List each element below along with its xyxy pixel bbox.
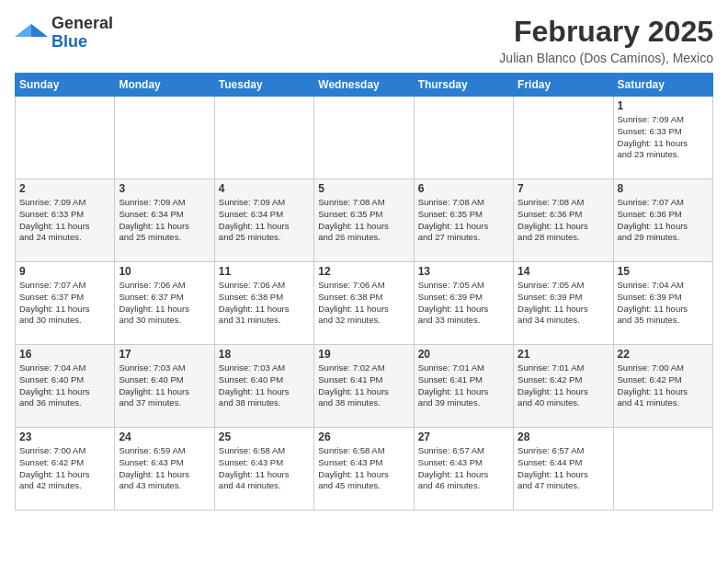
day-info: Sunrise: 7:04 AM Sunset: 6:39 PM Dayligh…	[618, 280, 709, 327]
day-number: 13	[418, 265, 509, 278]
calendar-cell	[414, 97, 513, 179]
weekday-header: Thursday	[414, 74, 513, 97]
calendar-week-row: 9Sunrise: 7:07 AM Sunset: 6:37 PM Daylig…	[16, 262, 713, 345]
calendar-cell: 19Sunrise: 7:02 AM Sunset: 6:41 PM Dayli…	[314, 345, 414, 428]
day-number: 3	[119, 182, 210, 195]
day-info: Sunrise: 7:06 AM Sunset: 6:37 PM Dayligh…	[119, 280, 210, 327]
day-info: Sunrise: 7:03 AM Sunset: 6:40 PM Dayligh…	[219, 362, 310, 409]
title-block: February 2025 Julian Blanco (Dos Caminos…	[499, 15, 713, 65]
day-info: Sunrise: 7:01 AM Sunset: 6:42 PM Dayligh…	[518, 362, 609, 409]
day-info: Sunrise: 6:57 AM Sunset: 6:43 PM Dayligh…	[418, 445, 509, 492]
calendar-cell: 11Sunrise: 7:06 AM Sunset: 6:38 PM Dayli…	[214, 262, 313, 345]
calendar-cell: 20Sunrise: 7:01 AM Sunset: 6:41 PM Dayli…	[414, 345, 513, 428]
calendar-cell: 21Sunrise: 7:01 AM Sunset: 6:42 PM Dayli…	[514, 345, 613, 428]
calendar-cell: 16Sunrise: 7:04 AM Sunset: 6:40 PM Dayli…	[16, 345, 115, 428]
day-number: 20	[418, 348, 509, 361]
calendar-cell: 8Sunrise: 7:07 AM Sunset: 6:36 PM Daylig…	[613, 179, 712, 262]
day-number: 12	[318, 265, 409, 278]
calendar-cell: 5Sunrise: 7:08 AM Sunset: 6:35 PM Daylig…	[314, 179, 414, 262]
calendar-cell	[16, 97, 115, 179]
calendar-cell: 23Sunrise: 7:00 AM Sunset: 6:42 PM Dayli…	[16, 428, 115, 511]
day-number: 11	[219, 265, 310, 278]
calendar-cell	[314, 97, 414, 179]
month-year-title: February 2025	[499, 15, 713, 49]
day-info: Sunrise: 7:08 AM Sunset: 6:35 PM Dayligh…	[418, 197, 509, 244]
day-number: 23	[19, 431, 110, 443]
calendar-cell: 27Sunrise: 6:57 AM Sunset: 6:43 PM Dayli…	[414, 428, 513, 511]
location-subtitle: Julian Blanco (Dos Caminos), Mexico	[499, 51, 713, 65]
day-info: Sunrise: 7:06 AM Sunset: 6:38 PM Dayligh…	[219, 280, 310, 327]
day-info: Sunrise: 7:05 AM Sunset: 6:39 PM Dayligh…	[518, 280, 609, 327]
day-info: Sunrise: 7:09 AM Sunset: 6:33 PM Dayligh…	[19, 197, 110, 244]
day-info: Sunrise: 7:05 AM Sunset: 6:39 PM Dayligh…	[418, 280, 509, 327]
day-info: Sunrise: 7:00 AM Sunset: 6:42 PM Dayligh…	[618, 362, 709, 409]
logo-general-text: General	[51, 14, 113, 32]
day-number: 5	[318, 182, 409, 195]
day-number: 25	[219, 431, 310, 443]
day-info: Sunrise: 7:04 AM Sunset: 6:40 PM Dayligh…	[19, 362, 110, 409]
calendar-week-row: 23Sunrise: 7:00 AM Sunset: 6:42 PM Dayli…	[16, 428, 713, 511]
calendar-week-row: 2Sunrise: 7:09 AM Sunset: 6:33 PM Daylig…	[16, 179, 713, 262]
calendar-cell: 18Sunrise: 7:03 AM Sunset: 6:40 PM Dayli…	[214, 345, 313, 428]
page-header: General Blue February 2025 Julian Blanco…	[15, 15, 713, 65]
logo: General Blue	[15, 15, 113, 52]
weekday-header: Monday	[115, 74, 214, 97]
weekday-header: Sunday	[16, 74, 115, 97]
day-info: Sunrise: 6:59 AM Sunset: 6:43 PM Dayligh…	[119, 445, 210, 492]
calendar-cell	[115, 97, 214, 179]
day-info: Sunrise: 7:07 AM Sunset: 6:37 PM Dayligh…	[19, 280, 110, 327]
day-number: 8	[618, 182, 709, 195]
day-number: 21	[518, 348, 609, 361]
weekday-header: Saturday	[613, 74, 712, 97]
day-number: 9	[19, 265, 110, 278]
day-number: 22	[618, 348, 709, 361]
day-number: 2	[19, 182, 110, 195]
weekday-header: Friday	[514, 74, 613, 97]
calendar-cell: 6Sunrise: 7:08 AM Sunset: 6:35 PM Daylig…	[414, 179, 513, 262]
day-info: Sunrise: 6:58 AM Sunset: 6:43 PM Dayligh…	[219, 445, 310, 492]
day-info: Sunrise: 7:00 AM Sunset: 6:42 PM Dayligh…	[19, 445, 110, 492]
calendar-header-row: SundayMondayTuesdayWednesdayThursdayFrid…	[16, 74, 713, 97]
day-number: 4	[219, 182, 310, 195]
weekday-header: Wednesday	[314, 74, 414, 97]
calendar-cell: 28Sunrise: 6:57 AM Sunset: 6:44 PM Dayli…	[514, 428, 613, 511]
day-number: 1	[618, 99, 709, 112]
calendar-cell: 9Sunrise: 7:07 AM Sunset: 6:37 PM Daylig…	[16, 262, 115, 345]
day-info: Sunrise: 7:07 AM Sunset: 6:36 PM Dayligh…	[618, 197, 709, 244]
day-number: 7	[518, 182, 609, 195]
calendar-week-row: 16Sunrise: 7:04 AM Sunset: 6:40 PM Dayli…	[16, 345, 713, 428]
day-number: 18	[219, 348, 310, 361]
calendar-cell: 3Sunrise: 7:09 AM Sunset: 6:34 PM Daylig…	[115, 179, 214, 262]
calendar-cell: 26Sunrise: 6:58 AM Sunset: 6:43 PM Dayli…	[314, 428, 414, 511]
day-info: Sunrise: 7:09 AM Sunset: 6:33 PM Dayligh…	[618, 114, 709, 161]
day-info: Sunrise: 6:58 AM Sunset: 6:43 PM Dayligh…	[318, 445, 409, 492]
day-info: Sunrise: 7:01 AM Sunset: 6:41 PM Dayligh…	[418, 362, 509, 409]
calendar-cell: 17Sunrise: 7:03 AM Sunset: 6:40 PM Dayli…	[115, 345, 214, 428]
day-info: Sunrise: 7:03 AM Sunset: 6:40 PM Dayligh…	[119, 362, 210, 409]
calendar-table: SundayMondayTuesdayWednesdayThursdayFrid…	[15, 73, 713, 511]
day-number: 26	[318, 431, 409, 443]
calendar-cell	[514, 97, 613, 179]
logo-blue-text: Blue	[51, 32, 87, 51]
calendar-cell: 24Sunrise: 6:59 AM Sunset: 6:43 PM Dayli…	[115, 428, 214, 511]
day-info: Sunrise: 7:06 AM Sunset: 6:38 PM Dayligh…	[318, 280, 409, 327]
logo-text: General Blue	[51, 15, 113, 52]
day-info: Sunrise: 7:08 AM Sunset: 6:36 PM Dayligh…	[518, 197, 609, 244]
day-number: 10	[119, 265, 210, 278]
day-info: Sunrise: 7:09 AM Sunset: 6:34 PM Dayligh…	[219, 197, 310, 244]
calendar-cell: 1Sunrise: 7:09 AM Sunset: 6:33 PM Daylig…	[613, 97, 712, 179]
calendar-week-row: 1Sunrise: 7:09 AM Sunset: 6:33 PM Daylig…	[16, 97, 713, 179]
day-number: 15	[618, 265, 709, 278]
day-number: 16	[19, 348, 110, 361]
calendar-cell: 25Sunrise: 6:58 AM Sunset: 6:43 PM Dayli…	[214, 428, 313, 511]
day-number: 27	[418, 431, 509, 443]
calendar-cell	[613, 428, 712, 511]
day-number: 17	[119, 348, 210, 361]
calendar-cell: 13Sunrise: 7:05 AM Sunset: 6:39 PM Dayli…	[414, 262, 513, 345]
calendar-cell: 22Sunrise: 7:00 AM Sunset: 6:42 PM Dayli…	[613, 345, 712, 428]
day-info: Sunrise: 7:08 AM Sunset: 6:35 PM Dayligh…	[318, 197, 409, 244]
logo-icon	[15, 20, 48, 46]
calendar-cell: 12Sunrise: 7:06 AM Sunset: 6:38 PM Dayli…	[314, 262, 414, 345]
day-number: 19	[318, 348, 409, 361]
calendar-cell: 4Sunrise: 7:09 AM Sunset: 6:34 PM Daylig…	[214, 179, 313, 262]
